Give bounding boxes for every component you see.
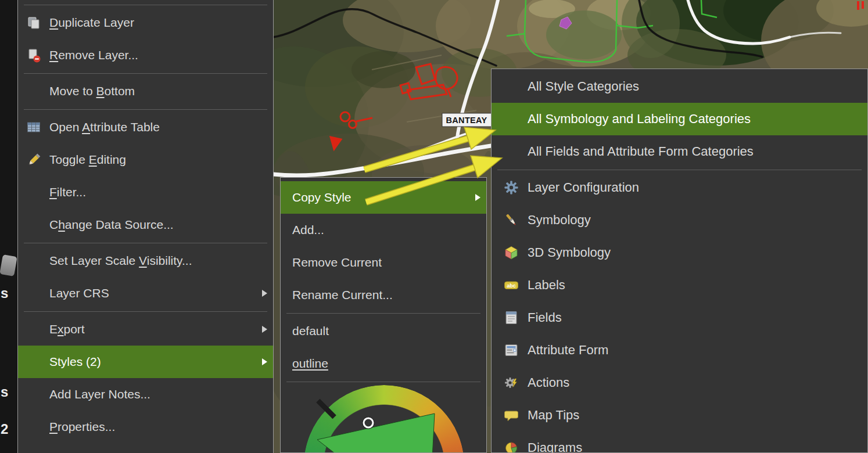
menu-item-move-to-bottom[interactable]: Move to Bottom — [18, 75, 273, 107]
icon-placeholder — [25, 216, 42, 233]
menu-item-change-data-source[interactable]: Change Data Source... — [18, 208, 273, 241]
menu-item-filter[interactable]: Filter... — [18, 176, 273, 208]
fields-icon — [503, 309, 519, 326]
menu-item-properties[interactable]: Properties... — [18, 411, 273, 443]
menu-item-label: All Fields and Attribute Form Categories — [528, 144, 754, 159]
menu-item-label: outline — [292, 357, 328, 371]
styles-submenu: Copy StyleAdd...Remove CurrentRename Cur… — [280, 177, 487, 453]
menu-item-map-tips[interactable]: Map Tips — [492, 399, 867, 432]
menu-item-label: Fields — [528, 310, 562, 325]
menu-item-all-fields-and-attribute-form-categories[interactable]: All Fields and Attribute Form Categories — [492, 135, 867, 168]
gear-icon — [503, 179, 519, 196]
clipped-layer-text: s — [1, 285, 8, 301]
menu-item-label: Toggle Editing — [49, 153, 126, 167]
pencil-icon — [25, 151, 42, 168]
menu-separator — [281, 380, 486, 383]
attribute-form-icon — [503, 341, 519, 359]
paintbrush-icon — [503, 211, 519, 229]
menu-item-label: Attribute Form — [528, 343, 608, 358]
menu-item-duplicate-layer[interactable]: Duplicate Layer — [18, 6, 273, 39]
svg-text:abc: abc — [507, 283, 516, 289]
menu-item-label: Layer CRS — [49, 286, 109, 300]
icon-placeholder — [25, 252, 42, 269]
menu-item-label: Copy Style — [292, 190, 351, 204]
duplicate-layer-icon — [25, 14, 42, 31]
menu-item-export[interactable]: Export — [18, 313, 273, 346]
submenu-arrow-icon — [262, 290, 267, 297]
menu-item-outline[interactable]: outline — [281, 347, 486, 380]
layer-context-menu: Duplicate LayerRemove Layer...Move to Bo… — [17, 0, 274, 453]
icon-placeholder — [25, 285, 42, 302]
diagram-pie-icon — [503, 439, 519, 453]
menu-item-rename-current[interactable]: Rename Current... — [281, 279, 486, 311]
menu-item-label: Styles (2) — [49, 355, 101, 369]
menu-item-label: Export — [49, 322, 85, 336]
menu-item-label: Actions — [528, 375, 569, 390]
menu-item-actions[interactable]: Actions — [492, 366, 867, 399]
menu-item-add-layer-notes[interactable]: Add Layer Notes... — [18, 378, 273, 411]
icon-placeholder — [25, 386, 42, 403]
menu-item-remove-current[interactable]: Remove Current — [281, 246, 486, 279]
attribute-table-icon — [25, 118, 42, 136]
menu-item-label: All Style Categories — [528, 79, 639, 94]
menu-item-copy-style[interactable]: Copy Style — [281, 181, 486, 214]
menu-item-fields[interactable]: Fields — [492, 301, 867, 334]
menu-item-attribute-form[interactable]: Attribute Form — [492, 334, 867, 366]
icon-placeholder — [503, 78, 519, 95]
menu-item-styles-2[interactable]: Styles (2) — [18, 346, 273, 378]
menu-item-open-attribute-table[interactable]: Open Attribute Table — [18, 111, 273, 143]
icon-placeholder — [503, 110, 519, 128]
menu-item-label: Remove Layer... — [49, 48, 138, 62]
submenu-arrow-icon — [262, 358, 267, 365]
copy-style-submenu: All Style CategoriesAll Symbology and La… — [491, 69, 868, 453]
menu-item-label: Remove Current — [292, 256, 382, 269]
menu-item-label: All Symbology and Labeling Categories — [528, 112, 751, 127]
qgis-window: BANTEAY s s 2 Duplicate LayerRemove Laye… — [0, 0, 868, 453]
menu-item-remove-layer[interactable]: Remove Layer... — [18, 39, 273, 71]
menu-item-label: Symbology — [528, 213, 591, 228]
menu-item-default[interactable]: default — [281, 315, 486, 347]
menu-item-layer-crs[interactable]: Layer CRS — [18, 277, 273, 310]
menu-item-label: 3D Symbology — [528, 245, 611, 260]
clipped-layer-text: 2 — [1, 421, 8, 437]
menu-item-diagrams[interactable]: Diagrams — [492, 432, 867, 453]
menu-item-all-symbology-and-labeling-categories[interactable]: All Symbology and Labeling Categories — [492, 103, 867, 135]
menu-item-label: Set Layer Scale Visibility... — [49, 254, 192, 268]
menu-item-label: Properties... — [49, 420, 115, 434]
layers-panel-sliver: s s 2 — [0, 0, 17, 453]
submenu-arrow-icon — [475, 194, 480, 201]
icon-placeholder — [25, 82, 42, 100]
remove-layer-icon — [25, 46, 42, 64]
icon-placeholder — [503, 143, 519, 160]
menu-item-label: Map Tips — [528, 408, 579, 423]
menu-item-add[interactable]: Add... — [281, 214, 486, 246]
clipped-panel-icon — [0, 254, 17, 276]
menu-item-all-style-categories[interactable]: All Style Categories — [492, 70, 867, 103]
menu-item-toggle-editing[interactable]: Toggle Editing — [18, 143, 273, 176]
menu-item-label: Labels — [528, 278, 565, 293]
menu-item-label: Add Layer Notes... — [49, 387, 150, 401]
menu-item-label: default — [292, 324, 329, 338]
menu-item-label: Layer Configuration — [528, 180, 639, 195]
icon-placeholder — [25, 184, 42, 201]
place-label: BANTEAY — [442, 113, 492, 127]
actions-icon — [503, 374, 519, 391]
submenu-arrow-icon — [262, 326, 267, 333]
menu-item-layer-configuration[interactable]: Layer Configuration — [492, 171, 867, 204]
icon-placeholder — [25, 353, 42, 371]
menu-item-label: Duplicate Layer — [49, 16, 134, 30]
icon-placeholder — [25, 321, 42, 338]
icon-placeholder — [25, 418, 42, 436]
saturation-triangle[interactable] — [304, 385, 464, 453]
menu-item-set-layer-scale-visibility[interactable]: Set Layer Scale Visibility... — [18, 245, 273, 277]
place-label-text: BANTEAY — [446, 116, 487, 125]
menu-item-3d-symbology[interactable]: 3D Symbology — [492, 236, 867, 269]
map-tip-icon — [503, 407, 519, 424]
cube-3d-icon — [503, 244, 519, 261]
menu-item-labels[interactable]: abcLabels — [492, 269, 867, 301]
menu-item-symbology[interactable]: Symbology — [492, 204, 867, 236]
menu-item-label: Add... — [292, 223, 324, 237]
label-abc-icon: abc — [503, 276, 519, 294]
menu-item-label: Open Attribute Table — [49, 120, 160, 134]
menu-item-label: Diagrams — [528, 440, 582, 453]
